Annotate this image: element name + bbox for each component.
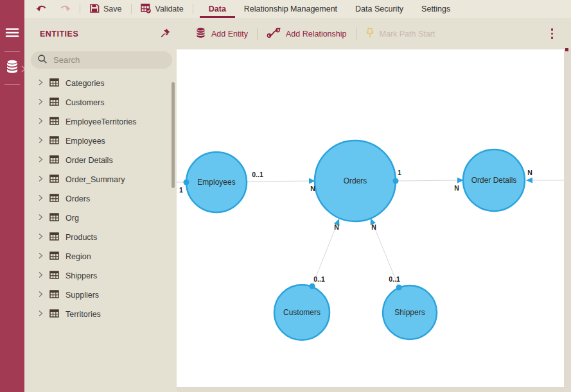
tab-relationship-management[interactable]: Relationship Management	[235, 0, 346, 18]
entity-row[interactable]: Order Details	[24, 151, 177, 170]
tab-data[interactable]: Data	[200, 0, 235, 18]
validate-button[interactable]: Validate	[134, 0, 190, 18]
entity-node-order-details[interactable]: Order Details	[463, 149, 525, 211]
entity-row[interactable]: Org	[24, 209, 177, 228]
entity-row[interactable]: EmployeeTerritories	[24, 112, 177, 132]
entity-row[interactable]: Categories	[24, 74, 177, 93]
cardinality-label: N	[310, 185, 315, 192]
chevron-right-icon[interactable]	[39, 175, 43, 184]
chevron-right-icon[interactable]	[39, 252, 43, 261]
table-icon	[49, 175, 59, 185]
rail-divider	[4, 84, 20, 85]
undo-button[interactable]	[30, 0, 53, 18]
cardinality-label: N	[454, 184, 459, 192]
chevron-right-icon[interactable]	[39, 194, 43, 203]
entity-list-scrollbar[interactable]	[171, 82, 175, 188]
cardinality-label: N	[371, 223, 376, 231]
rail-divider	[4, 51, 20, 52]
entity-row[interactable]: Suppliers	[24, 285, 177, 305]
table-icon	[49, 309, 59, 320]
entity-row-label: Orders	[66, 194, 90, 203]
cardinality-label: 0..1	[389, 275, 400, 283]
more-options-kebab-button[interactable]	[545, 28, 571, 39]
entity-node-employees[interactable]: Employees	[186, 152, 247, 212]
entity-row-label: Customers	[66, 98, 104, 107]
entity-node-shippers[interactable]: Shippers	[383, 285, 437, 339]
entity-row[interactable]: Shippers	[24, 266, 177, 285]
redo-button[interactable]	[53, 0, 77, 18]
database-icon	[5, 59, 19, 77]
toolbar-tabs: Data Relationship Management Data Securi…	[200, 0, 460, 18]
entity-row[interactable]: Customers	[24, 93, 177, 112]
toolbar-separator	[193, 4, 193, 14]
table-icon	[49, 98, 59, 108]
content-row: CategoriesCustomersEmployeeTerritoriesEm…	[24, 49, 571, 392]
chevron-right-icon[interactable]	[39, 271, 43, 280]
add-relationship-icon	[267, 28, 281, 40]
entity-row-label: Order Details	[66, 156, 113, 165]
relationship-line	[396, 180, 464, 181]
validate-label: Validate	[155, 4, 184, 13]
chevron-right-icon[interactable]	[39, 117, 43, 126]
chevron-right-icon[interactable]	[39, 137, 43, 146]
entity-row[interactable]: Region	[24, 247, 177, 266]
validate-icon	[141, 3, 152, 15]
pin-panel-button[interactable]	[156, 28, 175, 40]
entities-panel-title: ENTITIES	[40, 30, 156, 38]
relationship-endpoint-dot	[396, 285, 402, 291]
er-diagram: EmployeesOrdersOrder DetailsCustomersShi…	[177, 49, 564, 387]
add-relationship-label: Add Relationship	[286, 30, 347, 38]
chevron-right-icon[interactable]	[39, 214, 43, 223]
mark-path-start-pin-icon	[365, 28, 374, 40]
add-entity-button[interactable]: Add Entity	[186, 27, 257, 40]
entity-row-label: EmployeeTerritories	[66, 117, 136, 126]
entity-row[interactable]: Order_Summary	[24, 170, 177, 189]
entity-node-label: Orders	[344, 176, 367, 185]
entity-row[interactable]: Orders	[24, 189, 177, 209]
app-window: Save Validate	[0, 0, 571, 392]
add-relationship-button[interactable]: Add Relationship	[258, 28, 356, 40]
cardinality-label: N	[334, 223, 339, 231]
mark-path-start-button[interactable]: Mark Path Start	[356, 28, 444, 40]
rail-entities-button[interactable]	[0, 57, 24, 79]
chevron-right-icon[interactable]	[39, 310, 43, 319]
hamburger-icon	[5, 28, 19, 40]
entity-row-label: Suppliers	[66, 291, 99, 300]
entity-row-label: Region	[66, 252, 91, 261]
save-button[interactable]: Save	[83, 0, 128, 18]
hamburger-menu-button[interactable]	[0, 23, 24, 45]
chevron-right-icon[interactable]	[39, 156, 43, 165]
table-icon	[49, 251, 59, 262]
relationship-endpoint-dot	[184, 180, 189, 185]
tab-settings[interactable]: Settings	[412, 0, 459, 18]
entity-row-label: Order_Summary	[66, 175, 125, 184]
search-input[interactable]	[53, 55, 156, 65]
entity-row[interactable]: Employees	[24, 132, 177, 151]
relationship-endpoint-dot	[393, 178, 399, 184]
table-icon	[49, 232, 59, 243]
er-diagram-canvas[interactable]: EmployeesOrdersOrder DetailsCustomersShi…	[177, 49, 564, 387]
cardinality-label: 1	[398, 169, 401, 176]
entity-node-customers[interactable]: Customers	[274, 285, 329, 340]
chevron-right-icon[interactable]	[39, 98, 43, 107]
entity-node-orders[interactable]: Orders	[315, 141, 396, 221]
add-entity-label: Add Entity	[211, 30, 248, 38]
toolbar-separator	[131, 4, 132, 14]
entity-row-label: Products	[66, 233, 97, 242]
entity-node-label: Shippers	[394, 308, 425, 317]
entities-header: ENTITIES Add	[24, 18, 571, 49]
table-icon	[49, 136, 59, 146]
chevron-right-icon[interactable]	[39, 291, 43, 300]
tab-data-security[interactable]: Data Security	[346, 0, 412, 18]
cardinality-label: 0..1	[313, 275, 325, 283]
toolbar-separator	[80, 4, 80, 14]
pushpin-icon	[160, 28, 171, 40]
chevron-right-icon[interactable]	[39, 233, 43, 242]
entity-row-label: Org	[66, 214, 79, 223]
table-icon	[49, 155, 59, 166]
entity-row[interactable]: Products	[24, 228, 177, 247]
entity-row[interactable]: Territories	[24, 305, 177, 324]
relationship-arrowhead	[526, 178, 532, 183]
entity-node-label: Employees	[197, 178, 235, 187]
chevron-right-icon[interactable]	[39, 79, 43, 88]
